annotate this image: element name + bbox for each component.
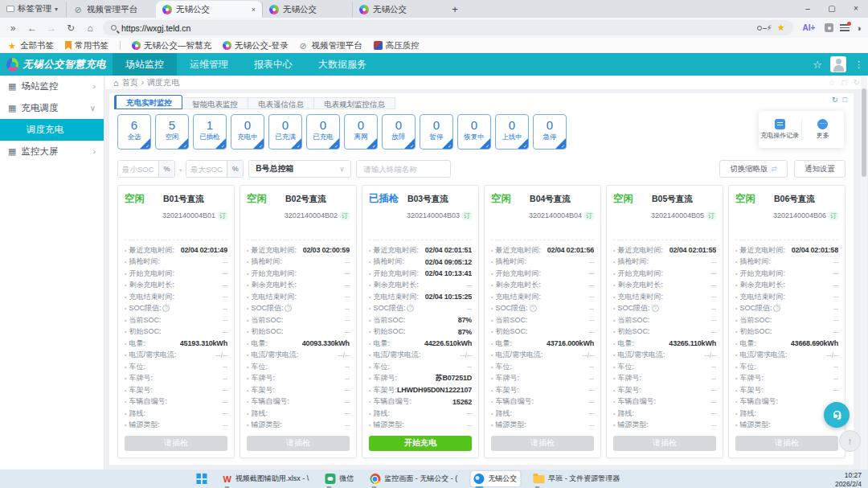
plug-gun-button[interactable]: 请插枪 [247, 436, 350, 451]
star-icon[interactable]: ☆ [829, 78, 836, 87]
max-soc-input[interactable] [186, 161, 227, 177]
counter-充电中[interactable]: 0充电中 [231, 114, 264, 150]
overflow-chevrons-icon[interactable]: » [6, 23, 19, 34]
counter-故障[interactable]: 0故障 [382, 114, 416, 150]
panel-tab-电表遥信信息[interactable]: 电表遥信信息 [248, 97, 314, 109]
charge-record-button[interactable]: 充电操作记录 [759, 119, 801, 140]
profile-icon[interactable]: ◑ [856, 23, 862, 33]
help-icon[interactable] [652, 305, 659, 312]
refresh-icon[interactable]: ↻ [854, 78, 860, 87]
maximize-button[interactable]: ▢ [820, 0, 844, 18]
back-to-top-button[interactable]: ↑ [839, 430, 861, 452]
more-button[interactable]: ⋯ 更多 [802, 119, 845, 140]
browser-tab[interactable]: 无锡公交 [262, 2, 352, 18]
sidebar-item-场站监控[interactable]: ▦场站监控› [0, 76, 104, 97]
help-icon[interactable] [285, 305, 292, 312]
counter-离网[interactable]: 0离网 [344, 114, 378, 150]
extensions-icon[interactable] [825, 23, 833, 32]
url-field[interactable]: https://wxgj.teld.cn ⚡ ★ [103, 20, 793, 35]
help-icon[interactable] [162, 305, 170, 312]
reload-button[interactable]: ↻ [64, 23, 77, 34]
lightning-icon[interactable]: ⚡ [767, 23, 772, 32]
field-label: 车牌号: [496, 373, 520, 383]
sidebar-item-监控大屏[interactable]: ▦监控大屏› [0, 141, 104, 162]
taskbar-item-folder[interactable]: 早班 - 文件资源管理器 [530, 471, 623, 486]
back-button[interactable]: ← [26, 23, 39, 34]
counter-已插枪[interactable]: 1已插枪 [193, 114, 227, 150]
page-scrollbar[interactable] [861, 76, 867, 470]
ai-button[interactable]: AI+ [800, 23, 819, 32]
panel-tab-智能电表监控[interactable]: 智能电表监控 [182, 97, 248, 109]
bookmark-item[interactable]: 无锡公交—智慧充 [132, 40, 211, 51]
taskbar-clock[interactable]: 10:27 2026/2/4 [835, 471, 862, 488]
bookmark-item[interactable]: 高压质控 [374, 40, 420, 51]
home-button[interactable]: ⌂ [84, 23, 96, 34]
bookmark-item[interactable]: 常用书签 [65, 40, 108, 51]
forward-button[interactable]: → [45, 23, 58, 34]
panel-tab-充电实时监控[interactable]: 充电实时监控 [114, 95, 182, 109]
bookmark-item[interactable]: 无锡公交-登录 [223, 40, 289, 51]
nav-item-运维管理[interactable]: 运维管理 [177, 53, 241, 76]
nav-item-场站监控[interactable]: 场站监控 [113, 53, 177, 76]
tab-close-icon[interactable]: × [252, 6, 256, 14]
bookmark-item[interactable]: 视频管理平台 [300, 40, 362, 51]
panel-tab-电表规划监控信息[interactable]: 电表规划监控信息 [314, 97, 395, 109]
terminal-name-input[interactable] [356, 160, 451, 178]
home-icon[interactable]: ⌂ [113, 78, 119, 88]
new-tab-button[interactable]: + [447, 2, 463, 18]
counter-上线中[interactable]: 0上线中 [495, 114, 529, 150]
help-icon[interactable] [407, 305, 414, 312]
fullscreen-icon[interactable]: □ [842, 78, 847, 87]
counter-空闲[interactable]: 5空闲 [155, 114, 189, 150]
customer-service-button[interactable] [824, 402, 850, 428]
tab-manager-menu[interactable]: 标签管理 ▾ [0, 0, 66, 18]
close-button[interactable]: × [844, 0, 868, 18]
taskbar-item-chrome[interactable]: 监控画面 - 无锡公交 - ( [366, 471, 461, 486]
taskbar-item-browser[interactable]: 无锡公交 [470, 471, 520, 486]
panel-expand-icon[interactable]: □ [843, 96, 847, 104]
chevron-down-icon: ∨ [339, 166, 344, 173]
user-avatar[interactable] [830, 56, 846, 72]
sidebar-subitem-调度充电[interactable]: 调度充电 [0, 119, 104, 141]
toggle-compact-button[interactable]: 切换缩略版 ⇄ [719, 160, 788, 178]
field-label: 辅源类型: [739, 420, 771, 430]
taskbar-item-windows[interactable] [193, 471, 210, 486]
control-box-select[interactable]: B号总控箱 ∨ [248, 160, 351, 178]
counter-已充电[interactable]: 0已充电 [306, 114, 340, 150]
browser-tab[interactable]: 视频管理平台 [66, 2, 156, 18]
sidebar-item-充电调度[interactable]: ▦充电调度∨ [0, 97, 104, 119]
notify-settings-button[interactable]: 通知设置 [794, 160, 845, 178]
breadcrumb-home[interactable]: 首页 [122, 77, 138, 88]
plug-gun-button[interactable]: 请插枪 [613, 436, 716, 451]
browser-tab[interactable]: 无锡公交× [156, 1, 262, 18]
plug-gun-button[interactable]: 请插枪 [491, 436, 594, 451]
start-charge-button[interactable]: 开始充电 [369, 436, 472, 451]
card-field-row: •充电结束时间:-- [247, 291, 350, 303]
scrollbar-thumb[interactable] [862, 88, 866, 177]
help-icon[interactable] [773, 305, 780, 312]
plug-gun-button[interactable]: 请插枪 [125, 436, 227, 451]
counter-已充满[interactable]: 0已充满 [268, 114, 302, 150]
bookmark-star-icon[interactable]: ★ [777, 23, 785, 33]
nav-item-大数据服务[interactable]: 大数据服务 [305, 53, 379, 76]
plug-gun-button[interactable]: 请插枪 [735, 436, 838, 451]
card-field-row: •最近充电时间:02/03 02:00:59 [247, 244, 350, 256]
panel-refresh-icon[interactable]: ↻ [832, 96, 838, 104]
counter-急停[interactable]: 0急停 [533, 114, 567, 150]
more-menu-icon[interactable]: ⋮ [854, 59, 863, 70]
browser-tab[interactable]: 无锡公交 [352, 2, 442, 18]
taskbar-item-wps[interactable]: W视频截图辅助用.xlsx - \ [219, 471, 312, 486]
reading-list-icon[interactable] [840, 24, 850, 31]
taskbar-item-wechat[interactable]: 微信 [321, 471, 357, 486]
help-icon[interactable] [530, 305, 537, 312]
nav-item-报表中心[interactable]: 报表中心 [241, 53, 305, 76]
favorite-star-icon[interactable]: ☆ [813, 59, 822, 71]
bookmark-item[interactable]: 全部书签 [8, 40, 54, 51]
counter-暂停[interactable]: 0暂停 [420, 114, 453, 150]
min-soc-input[interactable] [118, 161, 158, 177]
counter-恢复中[interactable]: 0恢复中 [457, 114, 491, 150]
minimize-button[interactable]: – [796, 0, 820, 18]
password-key-icon[interactable] [757, 26, 762, 31]
counter-全选[interactable]: 6全选 [117, 114, 151, 150]
field-label: 车牌号: [129, 373, 153, 383]
